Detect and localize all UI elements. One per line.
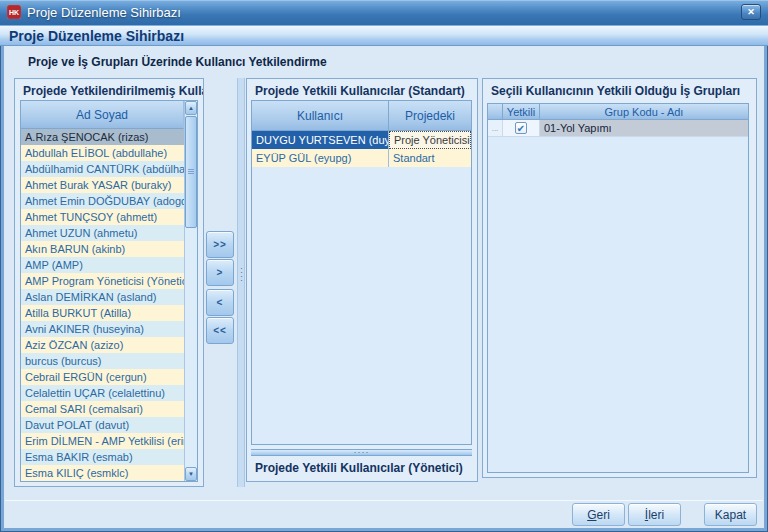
user-list-item[interactable]: AMP (AMP) bbox=[21, 257, 184, 273]
work-groups-header: Yetkili Grup Kodu - Adı bbox=[488, 104, 748, 120]
user-list-item[interactable]: Aziz ÖZCAN (azizo) bbox=[21, 337, 184, 353]
step-instruction: Proje ve İş Grupları Üzerinde Kullanıcı … bbox=[28, 55, 327, 69]
user-cell[interactable]: DUYGU YURTSEVEN (duyguy) bbox=[252, 131, 389, 149]
standard-users-title: Projede Yetkili Kullanıcılar (Standart) bbox=[247, 79, 477, 98]
user-list-item[interactable]: Atilla BURKUT (Atilla) bbox=[21, 305, 184, 321]
user-list-item[interactable]: A.Rıza ŞENOCAK (rizas) bbox=[21, 129, 184, 145]
column-header-kullanici[interactable]: Kullanıcı bbox=[252, 101, 389, 130]
work-groups-panel: Seçili Kullanıcının Yetkili Olduğu İş Gr… bbox=[482, 78, 757, 478]
column-header-yetkili[interactable]: Yetkili bbox=[503, 104, 540, 119]
vertical-splitter[interactable] bbox=[237, 78, 245, 487]
unassigned-users-list: A.Rıza ŞENOCAK (rizas)Abdullah ELİBOL (a… bbox=[21, 129, 184, 481]
unassigned-users-title: Projede Yetkilendirilmemiş Kullanıcılar bbox=[15, 79, 203, 98]
work-groups-title: Seçili Kullanıcının Yetkili Olduğu İş Gr… bbox=[483, 79, 756, 98]
yetkili-cell: ✔ bbox=[503, 120, 540, 137]
user-list-item[interactable]: Cemal SARI (cemalsari) bbox=[21, 401, 184, 417]
user-list-item[interactable]: AMP Program Yöneticisi (Yönetici) bbox=[21, 273, 184, 289]
unassigned-users-grid: Ad Soyad A.Rıza ŞENOCAK (rizas)Abdullah … bbox=[20, 100, 198, 482]
unassigned-users-panel: Projede Yetkilendirilmemiş Kullanıcılar … bbox=[14, 78, 204, 487]
move-left-button[interactable]: < bbox=[206, 289, 234, 316]
scrollbar-thumb[interactable] bbox=[185, 116, 197, 228]
role-cell[interactable]: Standart bbox=[389, 149, 471, 167]
column-header-grup-kodu-adi[interactable]: Grup Kodu - Adı bbox=[540, 104, 748, 119]
group-name-cell[interactable]: 01-Yol Yapımı bbox=[540, 120, 748, 137]
next-button[interactable]: İleri bbox=[628, 503, 681, 526]
user-list-item[interactable]: Ahmet Emin DOĞDUBAY (adogdubay) bbox=[21, 193, 184, 209]
user-list-item[interactable]: Akın BARUN (akinb) bbox=[21, 241, 184, 257]
footer-separator bbox=[5, 500, 763, 501]
move-all-left-button[interactable]: << bbox=[206, 317, 234, 344]
column-header-projedeki-yetkisi[interactable]: Projedeki Yetkisi bbox=[389, 101, 471, 130]
close-icon[interactable]: ✕ bbox=[741, 4, 761, 20]
app-icon: HK bbox=[7, 5, 21, 19]
user-list-item[interactable]: Ahmet Burak YASAR (buraky) bbox=[21, 177, 184, 193]
user-list-item[interactable]: Abdülhamid CANTÜRK (abdülhamidc) bbox=[21, 161, 184, 177]
user-list-item[interactable]: Aslan DEMİRKAN (asland) bbox=[21, 289, 184, 305]
user-list-item[interactable]: Abdullah ELİBOL (abdullahe) bbox=[21, 145, 184, 161]
standard-user-row[interactable]: DUYGU YURTSEVEN (duyguy)Proje Yöneticisi bbox=[252, 131, 471, 149]
standard-users-panel: Projede Yetkili Kullanıcılar (Standart) … bbox=[246, 78, 478, 482]
standard-users-header: Kullanıcı Projedeki Yetkisi bbox=[252, 101, 471, 131]
move-all-right-button[interactable]: >> bbox=[206, 231, 234, 258]
user-list-item[interactable]: burcus (burcus) bbox=[21, 353, 184, 369]
user-list-item[interactable]: Esma KILIÇ (esmklc) bbox=[21, 465, 184, 481]
wizard-heading: Proje Düzenleme Sihirbazı bbox=[0, 25, 768, 46]
standard-users-rows: DUYGU YURTSEVEN (duyguy)Proje Yöneticisi… bbox=[252, 131, 471, 167]
role-cell[interactable]: Proje Yöneticisi bbox=[389, 131, 471, 149]
user-list-item[interactable]: Avni AKINER (huseyina) bbox=[21, 321, 184, 337]
row-indicator-header bbox=[488, 104, 503, 119]
scroll-up-icon[interactable]: ▲ bbox=[185, 101, 197, 115]
user-list-item[interactable]: Esma BAKIR (esmab) bbox=[21, 449, 184, 465]
user-list-item[interactable]: Cebrail ERGÜN (cergun) bbox=[21, 369, 184, 385]
work-groups-grid: Yetkili Grup Kodu - Adı ...✔01-Yol Yapım… bbox=[487, 103, 749, 473]
column-header-ad-soyad[interactable]: Ad Soyad bbox=[21, 101, 184, 129]
standard-user-row[interactable]: EYÜP GÜL (eyupg)Standart bbox=[252, 149, 471, 167]
user-list-item[interactable]: Davut POLAT (davut) bbox=[21, 417, 184, 433]
standard-users-grid: Kullanıcı Projedeki Yetkisi DUYGU YURTSE… bbox=[251, 100, 472, 445]
work-groups-rows: ...✔01-Yol Yapımı bbox=[488, 120, 748, 137]
manager-users-title: Projede Yetkili Kullanıcılar (Yönetici) bbox=[251, 461, 463, 475]
wizard-window: HK Proje Düzenleme Sihirbazı ✕ Proje Düz… bbox=[0, 0, 768, 532]
window-title: Proje Düzenleme Sihirbazı bbox=[27, 0, 181, 25]
user-cell[interactable]: EYÜP GÜL (eyupg) bbox=[252, 149, 389, 167]
scroll-down-icon[interactable]: ▼ bbox=[185, 467, 197, 481]
user-list-item[interactable]: Ahmet UZUN (ahmetu) bbox=[21, 225, 184, 241]
move-right-button[interactable]: > bbox=[206, 259, 234, 286]
user-list-item[interactable]: Celalettin UÇAR (celalettinu) bbox=[21, 385, 184, 401]
back-button[interactable]: Geri bbox=[572, 503, 625, 526]
close-dialog-button[interactable]: Kapat bbox=[704, 503, 757, 526]
user-list-item[interactable]: Ahmet TUNÇSOY (ahmett) bbox=[21, 209, 184, 225]
row-indicator: ... bbox=[488, 120, 503, 137]
horizontal-splitter[interactable] bbox=[251, 449, 472, 456]
titlebar: HK Proje Düzenleme Sihirbazı ✕ bbox=[0, 0, 768, 25]
work-group-row[interactable]: ...✔01-Yol Yapımı bbox=[488, 120, 748, 137]
group-checkbox[interactable]: ✔ bbox=[515, 122, 527, 134]
vertical-scrollbar[interactable]: ▲ ▼ bbox=[184, 101, 197, 481]
user-list-item[interactable]: Erim DİLMEN - AMP Yetkilisi (erimd) bbox=[21, 433, 184, 449]
